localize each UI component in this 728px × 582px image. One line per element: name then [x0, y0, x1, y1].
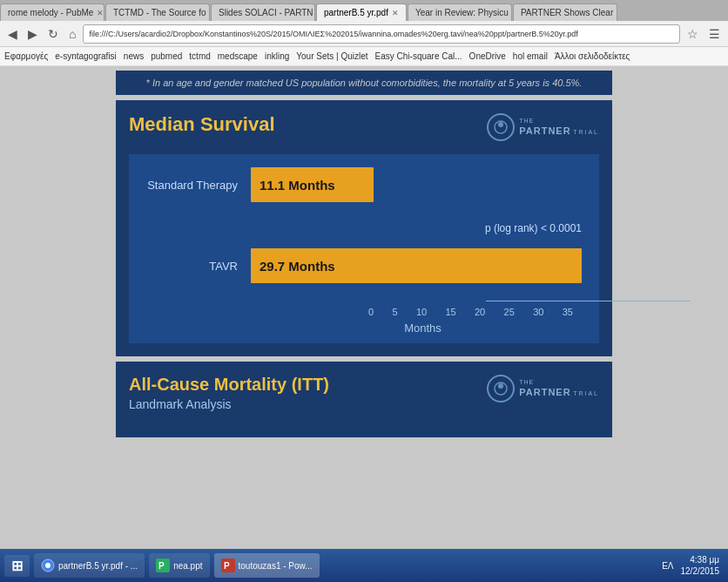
partner-logo-circle [487, 113, 515, 141]
powerpoint-icon: P [156, 558, 170, 572]
bookmark-pubmed[interactable]: pubmed [151, 51, 182, 61]
tab-close-icon[interactable]: ✕ [392, 9, 399, 17]
tavr-value: 29.7 Months [260, 259, 335, 274]
bookmark-chi-square[interactable]: Easy Chi-square Cal... [375, 51, 462, 61]
taskbar-item-nea[interactable]: P nea.ppt [149, 553, 209, 578]
standard-therapy-value: 11.1 Months [260, 178, 335, 193]
taskbar-item-toutouzas[interactable]: P toutouzas1 - Pow... [214, 553, 320, 578]
panel-title: Median Survival [129, 113, 275, 136]
refresh-button[interactable]: ↻ [44, 27, 62, 41]
svg-point-3 [498, 383, 503, 389]
all-cause-panel: All-Cause Mortality (ITT) Landmark Analy… [116, 362, 612, 437]
bookmarks-bar: Εφαρμογές e-syntagografisi news pubmed t… [0, 47, 728, 66]
home-button[interactable]: ⌂ [65, 27, 79, 41]
tab-close-icon[interactable]: ✕ [617, 9, 617, 17]
bookmark-esyntagografisi[interactable]: e-syntagografisi [55, 51, 117, 61]
tab-partner-shows[interactable]: PARTNER Shows Clear ✕ [513, 3, 617, 21]
x-axis: 0 5 10 15 20 25 30 35 [146, 301, 582, 317]
top-note-panel: * In an age and gender matched US popula… [116, 71, 612, 95]
top-note-text: * In an age and gender matched US popula… [129, 78, 599, 88]
forward-button[interactable]: ▶ [24, 27, 41, 41]
chrome-icon [41, 558, 55, 572]
clock: 4:38 μμ 12/2/2015 [681, 554, 720, 577]
partner-logo-circle-2 [487, 375, 515, 403]
bookmark-news[interactable]: news [124, 51, 144, 61]
tab-close-icon[interactable]: ✕ [97, 9, 104, 17]
bookmark-onedrive[interactable]: OneDrive [469, 51, 506, 61]
svg-point-5 [45, 563, 51, 568]
taskbar-item-chrome[interactable]: partnerB.5 yr.pdf - ... [34, 553, 145, 578]
menu-icon[interactable]: ☰ [705, 27, 724, 41]
page-content: * In an age and gender matched US popula… [0, 66, 728, 549]
tab-year-in-review[interactable]: Year in Review: Physicu ✕ [408, 3, 512, 21]
clock-date: 12/2/2015 [681, 565, 720, 577]
svg-text:P: P [158, 561, 165, 571]
tavr-bar-container: 29.7 Months [251, 248, 582, 283]
x-axis-label: Months [146, 317, 582, 335]
partner-logo-allcause: THE PARTNER TRIAL [487, 375, 599, 403]
back-button[interactable]: ◀ [4, 27, 21, 41]
nav-bar: ◀ ▶ ↻ ⌂ ☆ ☰ [0, 21, 728, 47]
partner-text-2: THE PARTNER TRIAL [519, 378, 599, 399]
allcause-header: All-Cause Mortality (ITT) Landmark Analy… [129, 375, 599, 411]
tavr-bar: 29.7 Months [251, 248, 582, 283]
address-bar[interactable] [83, 24, 680, 44]
tab-tctmd[interactable]: TCTMD - The Source fo ✕ [105, 3, 210, 21]
tab-bar: rome melody - PubMe ✕ TCTMD - The Source… [0, 0, 728, 21]
allcause-titles: All-Cause Mortality (ITT) Landmark Analy… [129, 375, 329, 411]
standard-therapy-bar-container: 11.1 Months [251, 167, 582, 202]
language-indicator[interactable]: ΕΛ [662, 561, 673, 571]
taskbar-tray: ΕΛ 4:38 μμ 12/2/2015 [662, 554, 724, 577]
tab-rome-melody[interactable]: rome melody - PubMe ✕ [0, 3, 104, 21]
bookmark-quizlet[interactable]: Your Sets | Quizlet [296, 51, 367, 61]
standard-therapy-row: Standard Therapy 11.1 Months [146, 167, 582, 202]
panel-header: Median Survival THE PARTNER TRIAL [129, 113, 599, 141]
allcause-subtitle: Landmark Analysis [129, 397, 329, 411]
tab-slides-solaci[interactable]: Slides SOLACI - PARTN ✕ [211, 3, 315, 21]
partner-text: THE PARTNER TRIAL [519, 117, 599, 138]
browser-window: rome melody - PubMe ✕ TCTMD - The Source… [0, 0, 728, 66]
median-survival-panel: Median Survival THE PARTNER TRIAL [116, 100, 612, 356]
tab-partnerb-pdf[interactable]: partnerB.5 yr.pdf ✕ [316, 3, 407, 21]
allcause-title: All-Cause Mortality (ITT) [129, 375, 329, 395]
pvalue-text: p (log rank) < 0.0001 [485, 222, 582, 234]
bookmark-others[interactable]: Άλλοι σελιδοδείκτες [555, 51, 630, 61]
taskbar: ⊞ partnerB.5 yr.pdf - ... P nea.ppt P to… [0, 549, 728, 582]
partner-logo: THE PARTNER TRIAL [487, 113, 599, 141]
powerpoint-active-icon: P [221, 558, 235, 572]
svg-text:P: P [224, 561, 230, 571]
clock-time: 4:38 μμ [681, 554, 720, 565]
bookmark-star-icon[interactable]: ☆ [684, 27, 702, 41]
pvalue-row: p (log rank) < 0.0001 [146, 220, 582, 235]
windows-logo-icon: ⊞ [11, 558, 23, 574]
bookmark-hol-email[interactable]: hol email [513, 51, 548, 61]
x-axis-ticks: 0 5 10 15 20 25 30 35 [368, 304, 573, 317]
tavr-label: TAVR [146, 260, 251, 273]
bookmark-inkling[interactable]: inkling [265, 51, 289, 61]
standard-therapy-label: Standard Therapy [146, 179, 251, 192]
chart-area: Standard Therapy 11.1 Months p (log rank… [129, 154, 599, 343]
tavr-row: TAVR 29.7 Months [146, 248, 582, 283]
standard-therapy-bar: 11.1 Months [251, 167, 374, 202]
svg-point-1 [498, 122, 503, 127]
bookmark-medscape[interactable]: medscape [218, 51, 258, 61]
start-button[interactable]: ⊞ [4, 555, 30, 577]
bookmark-tctmd[interactable]: tctmd [189, 51, 210, 61]
bookmark-apps[interactable]: Εφαρμογές [4, 51, 48, 61]
